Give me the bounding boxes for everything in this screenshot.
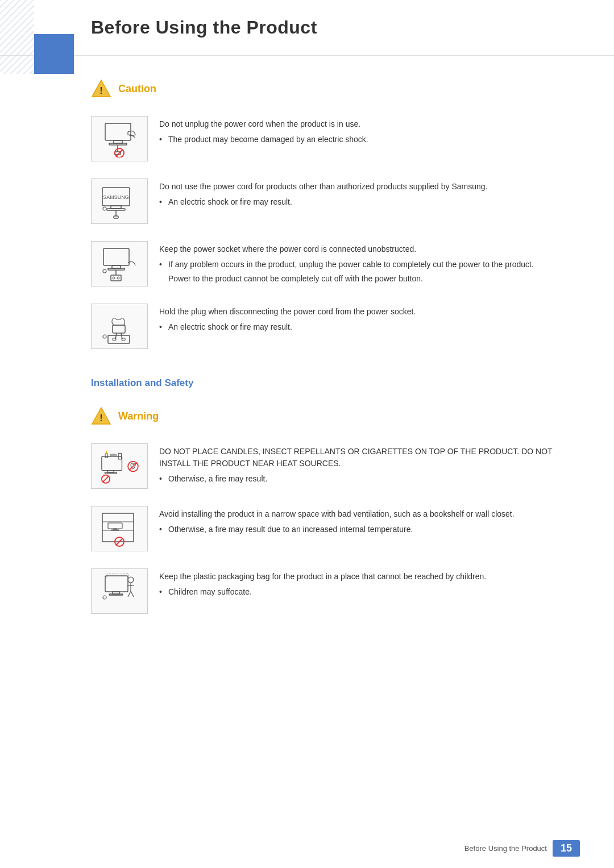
svg-point-25: [117, 277, 119, 279]
illustration-w1: [91, 443, 148, 489]
svg-text:!: !: [99, 86, 102, 95]
warning-item-3: Keep the plastic packaging bag for the p…: [91, 568, 580, 614]
caution-bullet-4-1: An electric shock or fire may result.: [159, 321, 580, 333]
caution-item-3: Keep the power socket where the power co…: [91, 241, 580, 286]
illustration-2: SAMSUNG: [91, 178, 148, 224]
caution-main-text-2: Do not use the power cord for products o…: [159, 181, 580, 193]
left-accent: [0, 0, 74, 74]
illustration-1: [91, 116, 148, 161]
illustration-w3-image: [97, 573, 142, 610]
illustration-w3: [91, 568, 148, 614]
svg-rect-49: [108, 523, 122, 529]
stripe-decoration: [0, 0, 34, 74]
illustration-3: [91, 241, 148, 286]
warning-text-1: DO NOT PLACE CANDLES, INSECT REPELLANTS …: [159, 443, 580, 487]
caution-bullets-2: An electric shock or fire may result.: [159, 196, 580, 208]
content-area: ! Caution: [0, 78, 614, 614]
warning-bullet-1-1: Otherwise, a fire may result.: [159, 473, 580, 485]
warning-text-2: Avoid installing the product in a narrow…: [159, 506, 580, 538]
svg-point-57: [128, 577, 134, 583]
caution-item-1: Do not unplug the power cord when the pr…: [91, 116, 580, 161]
warning-bullets-2: Otherwise, a fire may result due to an i…: [159, 524, 580, 535]
svg-text:SAMSUNG: SAMSUNG: [103, 194, 129, 200]
illustration-3-image: [97, 246, 142, 283]
caution-text-1: Do not unplug the power cord when the pr…: [159, 116, 580, 148]
caution-main-text-4: Hold the plug when disconnecting the pow…: [159, 306, 580, 318]
svg-rect-4: [105, 123, 131, 140]
caution-item-4: Hold the plug when disconnecting the pow…: [91, 304, 580, 349]
warning-item-2: Avoid installing the product in a narrow…: [91, 506, 580, 551]
svg-rect-19: [103, 248, 129, 265]
svg-rect-6: [109, 143, 127, 145]
svg-point-18: [103, 207, 106, 210]
svg-rect-21: [108, 268, 125, 270]
caution-bullets-4: An electric shock or fire may result.: [159, 321, 580, 333]
svg-text:!: !: [99, 413, 102, 423]
warning-bullet-3-1: Children may suffocate.: [159, 586, 580, 598]
caution-main-text-3: Keep the power socket where the power co…: [159, 243, 580, 255]
page-footer: Before Using the Product 15: [464, 840, 580, 857]
warning-icon: !: [91, 406, 111, 426]
svg-point-33: [103, 335, 106, 338]
svg-rect-27: [113, 325, 125, 333]
svg-rect-39: [105, 454, 107, 458]
footer-text: Before Using the Product: [464, 844, 547, 853]
warning-item-1: DO NOT PLACE CANDLES, INSECT REPELLANTS …: [91, 443, 580, 489]
page-title: Before Using the Product: [91, 17, 580, 38]
svg-point-58: [103, 596, 106, 599]
warning-title: Warning: [118, 410, 159, 422]
illustration-1-image: [97, 121, 142, 157]
svg-point-24: [113, 277, 115, 279]
svg-rect-14: [107, 209, 125, 210]
illustration-4: [91, 304, 148, 349]
svg-rect-51: [111, 530, 119, 530]
svg-rect-38: [105, 472, 117, 474]
caution-text-4: Hold the plug when disconnecting the pow…: [159, 304, 580, 335]
caution-bullets-3: If any problem occurs in the product, un…: [159, 259, 580, 271]
svg-rect-36: [102, 456, 122, 470]
warning-main-text-1: DO NOT PLACE CANDLES, INSECT REPELLANTS …: [159, 446, 580, 470]
svg-rect-40: [110, 454, 117, 456]
caution-header: ! Caution: [91, 78, 580, 99]
caution-bullet-1-1: The product may become damaged by an ele…: [159, 134, 580, 146]
caution-main-text-1: Do not unplug the power cord when the pr…: [159, 118, 580, 130]
caution-title: Caution: [118, 83, 156, 95]
warning-bullets-1: Otherwise, a fire may result.: [159, 473, 580, 485]
page-container: Before Using the Product ! Caution: [0, 0, 614, 868]
illustration-w2-image: [97, 510, 142, 547]
page-header: Before Using the Product: [0, 0, 614, 56]
svg-point-26: [103, 269, 106, 273]
caution-bullet-3-1: If any problem occurs in the product, un…: [159, 259, 580, 271]
caution-bullet-2-1: An electric shock or fire may result.: [159, 196, 580, 208]
illustration-2-image: SAMSUNG: [97, 183, 142, 220]
caution-item-2: SAMSUNG Do not use the power cord for pr…: [91, 178, 580, 224]
warning-header: ! Warning: [91, 406, 580, 426]
svg-rect-54: [105, 576, 128, 592]
caution-text-2: Do not use the power cord for products o…: [159, 178, 580, 210]
warning-bullets-3: Children may suffocate.: [159, 586, 580, 598]
caution-subtext-3: Power to the product cannot be completel…: [159, 273, 580, 285]
illustration-w1-image: [97, 448, 142, 485]
caution-text-3: Keep the power socket where the power co…: [159, 241, 580, 285]
svg-rect-30: [108, 335, 130, 343]
svg-rect-17: [114, 216, 118, 218]
svg-line-43: [103, 476, 109, 482]
svg-line-10: [116, 149, 123, 156]
warning-main-text-2: Avoid installing the product in a narrow…: [159, 508, 580, 520]
warning-main-text-3: Keep the plastic packaging bag for the p…: [159, 571, 580, 583]
caution-bullets-1: The product may become damaged by an ele…: [159, 134, 580, 146]
installation-safety-heading: Installation and Safety: [91, 377, 580, 389]
illustration-w2: [91, 506, 148, 551]
svg-rect-56: [109, 594, 123, 595]
blue-accent-block: [34, 34, 74, 74]
page-number: 15: [553, 840, 580, 857]
caution-icon: !: [91, 78, 111, 99]
illustration-4-image: [97, 308, 142, 345]
svg-rect-1: [0, 0, 34, 74]
warning-text-3: Keep the plastic packaging bag for the p…: [159, 568, 580, 600]
warning-bullet-2-1: Otherwise, a fire may result due to an i…: [159, 524, 580, 535]
